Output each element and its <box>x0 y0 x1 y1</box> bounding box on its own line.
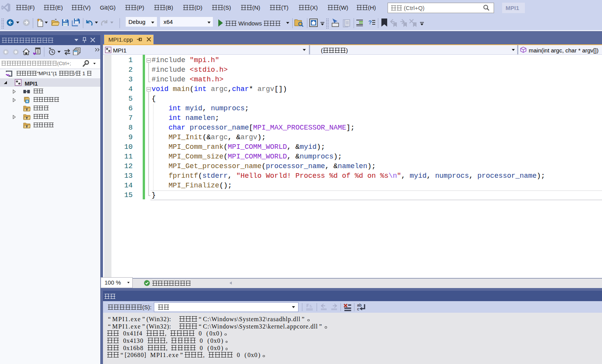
svg-text:c: c <box>357 307 359 311</box>
svg-text:?: ? <box>368 19 372 25</box>
